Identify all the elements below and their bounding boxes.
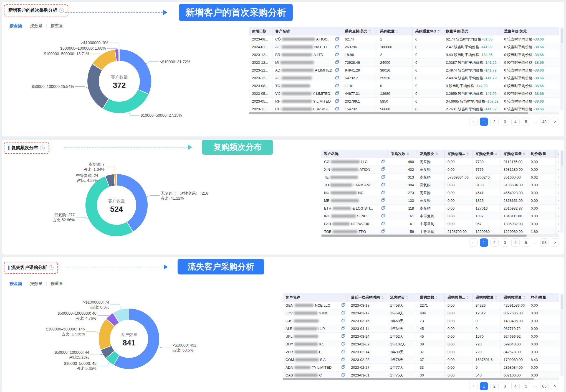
copy-icon[interactable] bbox=[341, 373, 345, 378]
sort-carets-icon[interactable] bbox=[523, 152, 525, 156]
page-button-3[interactable]: 3 bbox=[501, 118, 509, 126]
next-page-button[interactable]: > bbox=[551, 238, 559, 247]
page-button-5[interactable]: 5 bbox=[522, 238, 530, 247]
tab-按重量[interactable]: 按重量 bbox=[50, 23, 63, 29]
copy-icon[interactable] bbox=[381, 183, 385, 187]
table-cell: 2023-08... bbox=[249, 35, 272, 43]
section-title: 复购频次分布 bbox=[11, 145, 38, 151]
info-icon[interactable]: i bbox=[59, 8, 64, 13]
tab-按金额[interactable]: 按金额 bbox=[9, 23, 22, 29]
sort-carets-icon[interactable] bbox=[381, 296, 383, 299]
info-icon[interactable]: i bbox=[49, 265, 54, 270]
sort-carets-icon[interactable] bbox=[407, 152, 409, 156]
copy-icon[interactable] bbox=[381, 198, 385, 203]
sort-carets-icon[interactable] bbox=[466, 152, 469, 156]
copy-icon[interactable] bbox=[381, 222, 385, 226]
copy-icon[interactable] bbox=[335, 91, 339, 96]
copy-icon[interactable] bbox=[341, 350, 345, 354]
tab-按数量[interactable]: 按数量 bbox=[30, 281, 42, 286]
page-button-4[interactable]: 4 bbox=[511, 118, 520, 126]
copy-icon[interactable] bbox=[341, 303, 345, 308]
page-button-85[interactable]: 85 bbox=[540, 382, 549, 390]
copy-icon[interactable] bbox=[335, 99, 339, 104]
sort-carets-icon[interactable] bbox=[523, 296, 525, 299]
vertical-scrollbar[interactable] bbox=[560, 150, 564, 233]
copy-icon[interactable] bbox=[335, 68, 339, 73]
table-cell: 72928.46 bbox=[342, 59, 377, 66]
copy-icon[interactable] bbox=[335, 107, 339, 111]
next-page-button[interactable]: > bbox=[551, 118, 559, 126]
page-button-2[interactable]: 2 bbox=[490, 382, 499, 390]
copy-icon[interactable] bbox=[335, 52, 339, 57]
page-button-3[interactable]: 3 bbox=[501, 238, 509, 247]
donut-slice-3[interactable] bbox=[87, 64, 109, 109]
sort-carets-icon[interactable] bbox=[396, 30, 398, 33]
page-button-1[interactable]: 1 bbox=[480, 118, 488, 126]
copy-icon[interactable] bbox=[341, 326, 345, 331]
sort-carets-icon[interactable] bbox=[495, 152, 497, 156]
copy-icon[interactable] bbox=[341, 357, 345, 362]
tab-按金额[interactable]: 按金额 bbox=[9, 281, 22, 286]
vertical-scrollbar[interactable] bbox=[560, 293, 564, 376]
copy-icon[interactable] bbox=[381, 206, 385, 211]
table-cell: LOVS INC bbox=[283, 309, 348, 317]
donut-slice-6[interactable] bbox=[118, 49, 119, 61]
page-button-53[interactable]: 53 bbox=[540, 238, 549, 247]
page-button-2[interactable]: 2 bbox=[490, 118, 499, 126]
copy-icon[interactable] bbox=[381, 175, 385, 180]
copy-icon[interactable] bbox=[381, 190, 385, 195]
table-cell: 0 bbox=[413, 82, 443, 90]
sort-carets-icon[interactable] bbox=[436, 296, 438, 299]
copy-icon[interactable] bbox=[335, 37, 339, 42]
copy-icon[interactable] bbox=[335, 60, 339, 65]
horizontal-scrollbar[interactable] bbox=[283, 378, 559, 380]
page-button-4[interactable]: 4 bbox=[511, 382, 520, 390]
table-cell: 263796 bbox=[342, 43, 377, 51]
prev-page-button[interactable]: < bbox=[469, 238, 477, 247]
copy-icon[interactable] bbox=[341, 365, 345, 370]
page-button-1[interactable]: 1 bbox=[480, 238, 488, 247]
table-cell: 33 bbox=[417, 364, 445, 371]
sort-carets-icon[interactable] bbox=[495, 296, 497, 299]
copy-icon[interactable] bbox=[341, 319, 345, 323]
copy-icon[interactable] bbox=[381, 167, 385, 172]
copy-icon[interactable] bbox=[335, 45, 339, 49]
info-icon[interactable]: i bbox=[40, 146, 45, 150]
page-button-5[interactable]: 5 bbox=[522, 382, 530, 390]
table-cell: 480 bbox=[388, 158, 417, 166]
sort-carets-icon[interactable] bbox=[406, 296, 408, 299]
page-button-4[interactable]: 4 bbox=[511, 238, 520, 247]
copy-icon[interactable] bbox=[381, 214, 385, 218]
copy-icon[interactable] bbox=[335, 83, 339, 88]
sort-carets-icon[interactable] bbox=[369, 30, 371, 33]
table-cell: 1年90天 bbox=[387, 348, 417, 356]
donut-slice-2[interactable] bbox=[103, 89, 149, 113]
copy-icon[interactable] bbox=[381, 229, 385, 234]
copy-icon[interactable] bbox=[341, 342, 345, 347]
next-page-button[interactable]: > bbox=[551, 382, 559, 390]
copy-icon[interactable] bbox=[341, 334, 345, 339]
page-button-2[interactable]: 2 bbox=[490, 238, 499, 247]
horizontal-scrollbar[interactable] bbox=[249, 112, 559, 114]
vertical-scrollbar[interactable] bbox=[560, 27, 564, 110]
page-button-49[interactable]: 49 bbox=[540, 118, 549, 126]
table-cell: 0 bbox=[556, 166, 559, 173]
sort-carets-icon[interactable] bbox=[436, 152, 438, 156]
page-button-5[interactable]: 5 bbox=[522, 118, 530, 126]
sort-carets-icon[interactable] bbox=[438, 30, 440, 33]
copy-icon[interactable] bbox=[381, 159, 385, 164]
table-repurchase: 客户名称采购次数复购频次采购总额...采购总数量采购总重量均价/数量均价/重量C… bbox=[321, 150, 559, 236]
copy-icon[interactable] bbox=[335, 76, 339, 80]
tab-按数量[interactable]: 按数量 bbox=[30, 23, 42, 29]
page-button-1[interactable]: 1 bbox=[480, 382, 488, 390]
slice-label: $100000–500000: 146 bbox=[46, 327, 85, 331]
prev-page-button[interactable]: < bbox=[469, 382, 477, 390]
tab-按重量[interactable]: 按重量 bbox=[50, 281, 63, 286]
page-button-3[interactable]: 3 bbox=[501, 382, 509, 390]
horizontal-scrollbar[interactable] bbox=[321, 234, 559, 237]
prev-page-button[interactable]: < bbox=[469, 118, 477, 126]
copy-icon[interactable] bbox=[341, 311, 345, 315]
sort-carets-icon[interactable] bbox=[466, 296, 469, 299]
table-cell: 0.00 bbox=[445, 220, 473, 228]
table-cell: 44677.31 bbox=[342, 90, 377, 97]
